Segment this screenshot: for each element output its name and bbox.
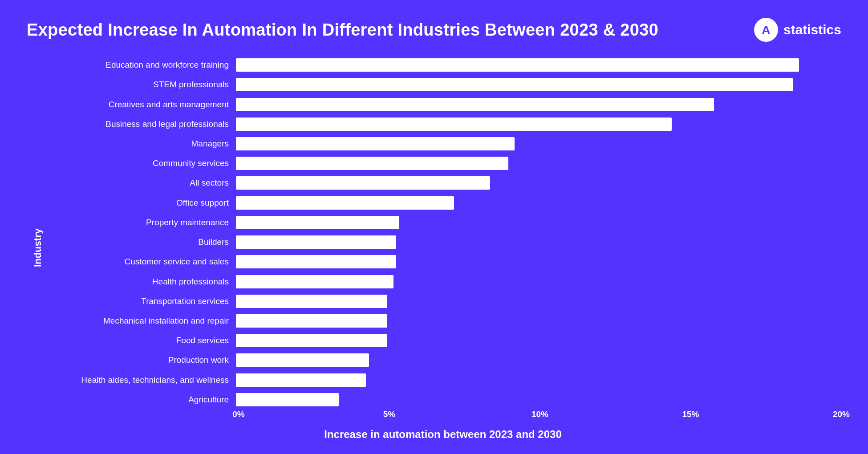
bar — [236, 58, 799, 72]
bar-row: Production work — [49, 352, 841, 369]
bar-label: Builders — [49, 237, 236, 247]
page-header: Expected Increase In Automation In Diffe… — [27, 18, 841, 42]
bar-label: Office support — [49, 198, 236, 208]
bar-label: Transportation services — [49, 296, 236, 306]
bar-label: Agriculture — [49, 395, 236, 405]
bar-label: Business and legal professionals — [49, 119, 236, 129]
bar-row: Health professionals — [49, 273, 841, 290]
bar-row: Community services — [49, 155, 841, 172]
bar — [236, 78, 793, 91]
bar-row: Builders — [49, 234, 841, 251]
bar — [236, 353, 369, 367]
bar-row: Transportation services — [49, 293, 841, 310]
logo-icon: A — [754, 18, 778, 42]
bar-wrapper — [236, 176, 841, 190]
bar — [236, 118, 672, 131]
bar — [236, 314, 387, 328]
bar-label: Property maintenance — [49, 218, 236, 227]
bar-row: Office support — [49, 195, 841, 211]
bar-wrapper — [236, 334, 841, 347]
bar-row: Property maintenance — [49, 214, 841, 231]
bar — [236, 393, 339, 406]
bar-label: Managers — [49, 139, 236, 149]
bar-wrapper — [236, 118, 841, 131]
x-tick: 5% — [383, 409, 395, 419]
bar-wrapper — [236, 157, 841, 170]
bar-row: STEM professionals — [49, 76, 841, 93]
bar-wrapper — [236, 255, 841, 268]
bar — [236, 196, 454, 210]
bar-row: All sectors — [49, 174, 841, 191]
bar-row: Mechanical installation and repair — [49, 312, 841, 329]
bar — [236, 255, 396, 268]
x-ticks-wrapper: 0%5%10%15%20% — [239, 409, 841, 422]
bar — [236, 157, 508, 170]
bar — [236, 334, 387, 347]
x-tick: 10% — [531, 409, 548, 419]
logo-text: statistics — [783, 22, 841, 37]
bar-label: Creatives and arts management — [49, 100, 236, 109]
bar-label: Customer service and sales — [49, 257, 236, 267]
bar-label: Education and workforce training — [49, 60, 236, 70]
bar — [236, 235, 396, 249]
bar-wrapper — [236, 314, 841, 328]
bar-row: Education and workforce training — [49, 57, 841, 73]
bar — [236, 216, 399, 229]
x-axis-label: Increase in automation between 2023 and … — [45, 428, 841, 441]
x-tick: 15% — [682, 409, 699, 419]
bar-label: Production work — [49, 355, 236, 365]
bar — [236, 295, 387, 308]
x-tick: 20% — [833, 409, 850, 419]
bar-wrapper — [236, 58, 841, 72]
bar-wrapper — [236, 373, 841, 387]
bar — [236, 373, 366, 387]
bar-label: Food services — [49, 336, 236, 345]
y-axis-label: Industry — [27, 55, 45, 441]
x-tick: 0% — [232, 409, 244, 419]
chart-container: Industry Education and workforce trainin… — [27, 55, 841, 441]
logo: A statistics — [754, 18, 841, 42]
bar-row: Creatives and arts management — [49, 96, 841, 113]
bar-wrapper — [236, 353, 841, 367]
bar-wrapper — [236, 98, 841, 111]
bar-label: Health professionals — [49, 277, 236, 287]
bar-row: Customer service and sales — [49, 253, 841, 270]
bar-wrapper — [236, 78, 841, 91]
bar — [236, 176, 490, 190]
bars-area: Education and workforce trainingSTEM pro… — [45, 55, 841, 409]
bar-row: Health aides, technicians, and wellness — [49, 372, 841, 389]
bar-label: STEM professionals — [49, 80, 236, 89]
bar — [236, 98, 714, 111]
bar-label: Mechanical installation and repair — [49, 316, 236, 326]
bar-wrapper — [236, 216, 841, 229]
bar-row: Agriculture — [49, 391, 841, 408]
bar-wrapper — [236, 196, 841, 210]
bar-wrapper — [236, 295, 841, 308]
chart-inner: Education and workforce trainingSTEM pro… — [45, 55, 841, 441]
bar — [236, 275, 393, 288]
bar-row: Managers — [49, 135, 841, 152]
bar-row: Food services — [49, 332, 841, 349]
bar-label: Health aides, technicians, and wellness — [49, 375, 236, 385]
bar-wrapper — [236, 235, 841, 249]
bar-row: Business and legal professionals — [49, 116, 841, 133]
bar-wrapper — [236, 393, 841, 406]
bar-wrapper — [236, 137, 841, 150]
bar-label: All sectors — [49, 178, 236, 188]
bar — [236, 137, 515, 150]
page-title: Expected Increase In Automation In Diffe… — [27, 20, 658, 40]
bar-wrapper — [236, 275, 841, 288]
bar-label: Community services — [49, 158, 236, 168]
